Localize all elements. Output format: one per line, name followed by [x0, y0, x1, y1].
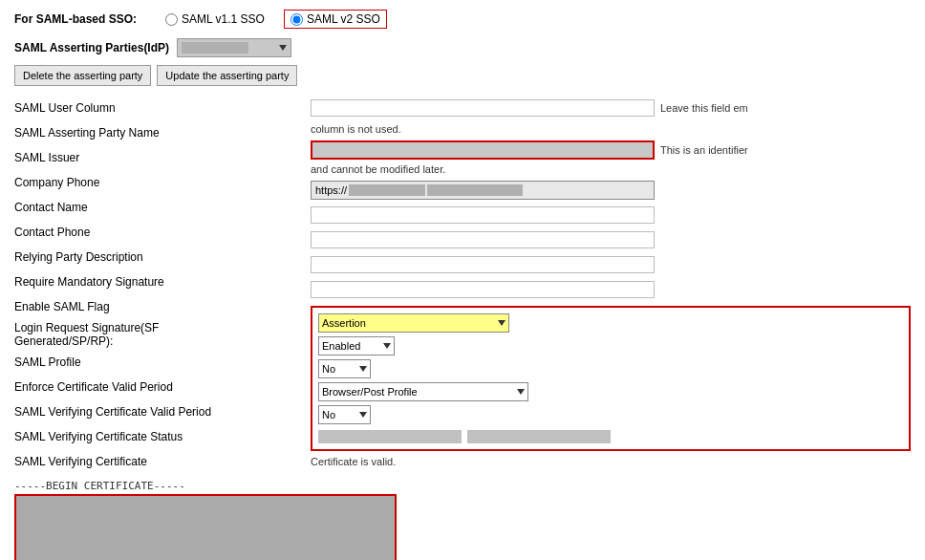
asserting-party-select[interactable] — [177, 38, 291, 57]
login-request-sig-label: Login Request Signature(SF Generated/SP/… — [14, 321, 225, 348]
no2-dropdown[interactable]: No — [318, 405, 371, 424]
user-column-note: Leave this field em — [660, 102, 748, 114]
relying-party-desc-label: Relying Party Description — [14, 250, 225, 264]
saml-issuer-row: SAML Issuer — [14, 147, 301, 168]
saml-issuer-input-row: https:// — [311, 180, 911, 201]
assertion-label: Assertion — [322, 317, 366, 329]
user-column-subtext: column is not used. — [311, 122, 911, 136]
relying-party-desc-input[interactable] — [311, 281, 655, 298]
saml-user-column-input[interactable] — [311, 99, 655, 117]
enforce-cert-row: Enforce Certificate Valid Period — [14, 377, 301, 398]
issuer-blurred-1 — [349, 184, 425, 196]
saml-verifying-cert-status-row: SAML Verifying Certificate Status — [14, 426, 301, 447]
user-column-input-row: Leave this field em — [311, 97, 911, 118]
enable-saml-flag-label: Enable SAML Flag — [14, 300, 225, 313]
select-arrow-icon — [279, 45, 287, 51]
no2-dropdown-arrow — [359, 412, 367, 418]
contact-name-label: Contact Name — [14, 201, 225, 214]
browser-post-dropdown-row: Browser/Post Profile — [318, 382, 903, 401]
saml-asserting-party-name-row: SAML Asserting Party Name — [14, 122, 301, 143]
saml-profile-label: SAML Profile — [14, 355, 225, 369]
enabled-label: Enabled — [322, 340, 360, 352]
enable-saml-flag-row: Enable SAML Flag — [14, 296, 301, 317]
enforce-cert-label: Enforce Certificate Valid Period — [14, 380, 225, 394]
enabled-dropdown-arrow — [383, 343, 391, 349]
contact-phone-input[interactable] — [311, 256, 655, 273]
contact-phone-row: Contact Phone — [14, 222, 301, 243]
asserting-party-subtext: and cannot be modified later. — [311, 162, 911, 176]
saml-profile-row: SAML Profile — [14, 352, 301, 373]
contact-phone-input-row — [311, 254, 911, 275]
saml-verifying-cert-status-label: SAML Verifying Certificate Status — [14, 430, 225, 443]
enabled-dropdown-row: Enabled — [318, 336, 903, 355]
browser-post-label: Browser/Post Profile — [322, 386, 418, 398]
sso-header-label: For SAML-based SSO: — [14, 12, 137, 26]
saml-v2-label: SAML v2 SSO — [307, 12, 380, 26]
assertion-dropdown-row: Assertion — [318, 313, 903, 333]
saml-verifying-cert-row: SAML Verifying Certificate — [14, 451, 301, 472]
cert-blurred-row — [318, 430, 903, 443]
no-dropdown-row: No — [318, 359, 903, 378]
dropdowns-red-box: Assertion Enabled No — [311, 306, 911, 451]
assertion-dropdown[interactable]: Assertion — [318, 313, 509, 333]
saml-verifying-cert-period-label: SAML Verifying Certificate Valid Period — [14, 405, 225, 419]
no2-dropdown-row: No — [318, 405, 903, 424]
saml-verifying-cert-period-row: SAML Verifying Certificate Valid Period — [14, 401, 301, 422]
cert-valid-row: Certificate is valid. — [311, 455, 911, 468]
asserting-party-hint: This is an identifier — [660, 144, 748, 156]
saml-issuer-label: SAML Issuer — [14, 151, 225, 164]
relying-party-desc-input-row — [311, 279, 911, 300]
assertion-dropdown-arrow — [498, 320, 506, 326]
company-phone-row: Company Phone — [14, 172, 301, 193]
login-request-sig-row: Login Request Signature(SF Generated/SP/… — [14, 321, 301, 348]
saml-user-column-label: SAML User Column — [14, 101, 225, 115]
saml-v1-label: SAML v1.1 SSO — [182, 12, 265, 26]
asserting-party-name-input-row: This is an identifier — [311, 140, 911, 161]
company-phone-label: Company Phone — [14, 176, 225, 189]
contact-name-input-row — [311, 229, 911, 250]
company-phone-input-row — [311, 205, 911, 226]
cert-section: -----BEGIN CERTIFICATE----- -----END CER… — [14, 480, 301, 560]
no2-label: No — [322, 409, 335, 420]
require-mandatory-sig-row: Require Mandatory Signature — [14, 271, 301, 292]
contact-name-input[interactable] — [311, 231, 655, 248]
saml-v1-radio[interactable]: SAML v1.1 SSO — [165, 12, 265, 26]
cert-valid-text: Certificate is valid. — [311, 456, 396, 467]
saml-verifying-cert-label: SAML Verifying Certificate — [14, 455, 225, 468]
contact-name-row: Contact Name — [14, 197, 301, 218]
cert-blurred-value — [318, 430, 462, 443]
saml-issuer-input[interactable]: https:// — [311, 181, 655, 200]
cert-blurred-value2 — [467, 430, 611, 443]
asserting-party-note: and cannot be modified later. — [311, 163, 445, 175]
saml-v2-radio[interactable]: SAML v2 SSO — [284, 10, 387, 29]
saml-asserting-party-name-label: SAML Asserting Party Name — [14, 126, 225, 140]
delete-asserting-party-button[interactable]: Delete the asserting party — [14, 65, 151, 86]
require-mandatory-sig-label: Require Mandatory Signature — [14, 275, 225, 289]
issuer-https: https:// — [315, 184, 347, 196]
saml-user-column-row: SAML User Column — [14, 97, 301, 118]
no-label: No — [322, 363, 335, 375]
browser-post-dropdown-arrow — [517, 389, 525, 395]
user-column-note-text: column is not used. — [311, 123, 401, 135]
no-dropdown-arrow — [359, 366, 367, 372]
update-asserting-party-button[interactable]: Update the asserting party — [157, 65, 297, 86]
enabled-dropdown[interactable]: Enabled — [318, 336, 395, 355]
asserting-parties-label: SAML Asserting Parties(IdP) — [14, 41, 169, 54]
relying-party-desc-row: Relying Party Description — [14, 247, 301, 268]
contact-phone-label: Contact Phone — [14, 226, 225, 239]
cert-begin-label: -----BEGIN CERTIFICATE----- — [14, 480, 301, 492]
asserting-party-name-input[interactable] — [311, 140, 655, 160]
browser-post-dropdown[interactable]: Browser/Post Profile — [318, 382, 528, 401]
no-dropdown[interactable]: No — [318, 359, 371, 378]
company-phone-input[interactable] — [311, 206, 655, 224]
issuer-blurred-2 — [427, 184, 523, 196]
party-name-blurred — [182, 42, 248, 54]
